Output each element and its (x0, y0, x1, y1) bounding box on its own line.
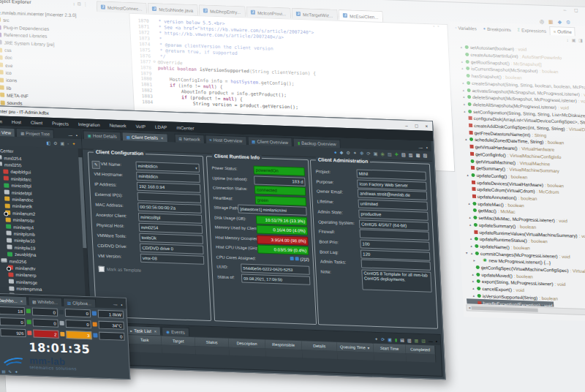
menu-item-ldap[interactable]: LDAP (155, 124, 167, 129)
dock-control-icon[interactable]: ▪ (76, 133, 78, 137)
note-field[interactable]: CentOS 8 Template for all mm-lab CentOS … (361, 269, 431, 292)
firewall-field[interactable] (360, 230, 430, 241)
menu-item-voip[interactable]: VoIP (135, 123, 146, 128)
details-icon[interactable]: ▥ (407, 338, 412, 342)
archive-icon[interactable]: ▧ (421, 339, 426, 343)
window-control-icon[interactable]: – (405, 123, 408, 128)
tab-clipboa[interactable]: ▥Clipboa... (62, 298, 96, 308)
project-explorer-item[interactable]: ▸ico (0, 69, 12, 77)
admin-state-field[interactable]: productive (358, 209, 429, 220)
admin-tasks-field[interactable] (361, 260, 431, 271)
scrollbar-thumb[interactable] (472, 306, 538, 312)
status-of-field[interactable]: 09.08.2021, 17:09:50 (241, 274, 311, 284)
open-perspective-icon[interactable]: ▦ (548, 19, 554, 24)
tab-whitebo[interactable]: ▤Whitebo... (28, 296, 62, 306)
database-icon[interactable]: ▨ (388, 152, 392, 157)
heartbeat-field[interactable]: green (254, 195, 306, 206)
resume-icon[interactable]: ▮ (395, 338, 398, 342)
mark-as-template-checkbox[interactable]: Mark as Template (99, 266, 142, 274)
log-icon[interactable]: ▤ (400, 338, 404, 342)
project-explorer-item[interactable]: ▸src (0, 15, 10, 23)
dock-control-icon[interactable]: ▪ (426, 146, 428, 150)
menu-item-host[interactable]: Host (12, 118, 21, 124)
add-icon[interactable]: ⊕ (360, 151, 363, 156)
dock-control-icon[interactable]: ▪ (436, 339, 437, 344)
checkbox-icon[interactable] (99, 266, 105, 272)
uuid-field[interactable]: 564d0e56-0222-0620-5253 (241, 264, 310, 275)
window-control-icon[interactable]: × (425, 124, 428, 129)
tree-item-mcenter[interactable]: mCenter (0, 147, 14, 155)
project-explorer-item[interactable]: ▸exe (0, 61, 13, 69)
uptime-no-reboot-field[interactable]: 183 d (254, 176, 306, 186)
console-icon[interactable]: ▪ (67, 141, 69, 146)
menu-item-network[interactable]: Network (109, 122, 126, 128)
sort-icon[interactable]: ↕ (566, 38, 568, 42)
hide-fields-icon[interactable]: ▣ (571, 38, 575, 42)
boot-lag-field[interactable]: 120 (361, 249, 431, 260)
refresh-tasks-icon[interactable]: ⟳ (381, 337, 385, 342)
external-ip-s-field[interactable] (137, 192, 202, 203)
search-icon[interactable]: ◎ (540, 18, 544, 23)
host-cpu-usage-ghz-field[interactable]: 0.03/5.99 (0.4%) (257, 244, 309, 255)
console-view-icon[interactable]: ▣ (373, 152, 377, 157)
dash-settings-icon[interactable]: ✦ (15, 370, 18, 374)
template-icon[interactable]: ▧ (423, 154, 427, 158)
project-explorer-item[interactable]: ▸doc (0, 53, 12, 61)
new-client-icon[interactable]: ✚ (395, 153, 399, 157)
report-icon[interactable]: ▤ (401, 153, 406, 157)
tab-dashbo[interactable]: ◐Dashbo...× (0, 295, 27, 305)
physical-host-field[interactable]: mm0254 (139, 223, 203, 234)
configure-icon[interactable]: ⚙ (346, 151, 350, 155)
ancestor-client-field[interactable]: minico8tpl (138, 213, 203, 224)
vm-name-combo[interactable]: minibldicn▾ (135, 162, 200, 173)
project-explorer-item[interactable]: ▸icons (0, 76, 17, 84)
dock-control-icon[interactable]: — (418, 145, 423, 149)
disk-usage-gb-field[interactable]: 10.51/79.16 (13.3%) (256, 215, 308, 225)
mac-address-field[interactable]: 00:50:56:00:00:2a (137, 203, 202, 214)
menu-item-integration[interactable]: Integration (78, 121, 100, 127)
document-icon[interactable]: ▥ (409, 153, 413, 157)
owner-email-field[interactable]: andreas.streit@mmlab.de (358, 189, 428, 200)
refresh-icon[interactable]: ⟳ (366, 151, 370, 156)
monitor-icon[interactable]: ▣ (60, 141, 64, 146)
dock-control-icon[interactable]: — (113, 302, 118, 306)
dock-control-icon[interactable]: ▪ (121, 303, 122, 307)
dash-list-icon[interactable]: ▤ (1, 369, 5, 374)
vmware-tools-field[interactable]: toolsOk (139, 233, 203, 244)
pause-icon[interactable]: ▣ (388, 337, 392, 342)
view-menu-icon[interactable]: ⋮ (83, 1, 88, 6)
memory-used-by-client-gb-field[interactable]: 0.16/4.00 (4.0%) (256, 225, 308, 235)
edit-vm-button[interactable]: ✎ (91, 161, 100, 169)
purpose-field[interactable]: Icon Factory Web Server (357, 179, 427, 190)
project-explorer-item[interactable]: ▸lib (0, 83, 11, 91)
operating-system-field[interactable]: CentOS 4/5/6/7 (64-bit) (359, 219, 429, 230)
tree-settings-icon[interactable]: ⚙ (53, 140, 58, 145)
boot-prio-field[interactable]: 100 (360, 239, 430, 250)
dash-edit-icon[interactable]: ✎ (8, 370, 12, 374)
ip-address-field[interactable]: 192.168.0.94 (137, 182, 201, 193)
project-explorer-item[interactable]: ▾de.mmlab.mini.mcenter [mcenter 2.3.0] (0, 8, 77, 18)
menu-item-mcenter[interactable]: mCenter (176, 124, 195, 130)
chevron-down-icon[interactable]: ▾ (195, 166, 197, 170)
debug-perspective-icon[interactable]: ⚙ (566, 20, 571, 25)
power-status-field[interactable]: poweredOn (253, 165, 305, 176)
tab-tree-view[interactable]: ▤Tree View (0, 127, 15, 137)
tab-breakpoints[interactable]: ●Breakpoints (480, 24, 514, 34)
filter-icon[interactable]: ✦ (374, 337, 378, 342)
link-editor-icon[interactable]: ↕ (73, 1, 75, 6)
connection-status-field[interactable]: connected (254, 185, 306, 195)
menu-item-projects[interactable]: Projects (52, 120, 69, 126)
menu-item-client[interactable]: Client (31, 119, 42, 125)
window-control-icon[interactable]: – (564, 7, 567, 12)
editor-tab-mchostconnec[interactable]: JMcHostConnec... (97, 1, 148, 13)
tab-outline[interactable]: ≡Outline (550, 26, 575, 36)
close-icon[interactable]: × (161, 136, 164, 140)
tab-events[interactable]: ◉Events (162, 327, 189, 336)
shield-icon[interactable]: ◉ (380, 152, 385, 157)
refresh-tree-icon[interactable]: ✦ (72, 141, 75, 146)
window-control-icon[interactable]: □ (415, 123, 418, 128)
menu-item-system[interactable]: System (0, 118, 2, 124)
vm-version-field[interactable]: vmx-08 (140, 254, 205, 265)
cd-dvd-drive-field[interactable]: CD/DVD drive 0 (140, 244, 204, 255)
screenshot-icon[interactable]: ◧ (46, 140, 50, 145)
